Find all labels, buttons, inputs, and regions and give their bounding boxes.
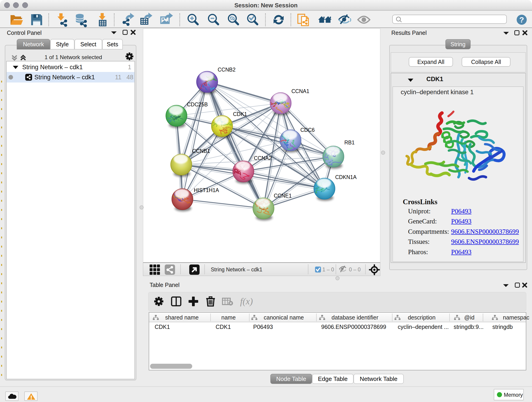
svg-text:CCNA2: CCNA2: [254, 155, 272, 161]
svg-text:CDK1: CDK1: [233, 111, 247, 117]
svg-text:f(x): f(x): [240, 296, 253, 306]
svg-text:CCNA1: CCNA1: [291, 88, 309, 94]
svg-text:CCNE1: CCNE1: [274, 193, 292, 199]
svg-text:CCNB1: CCNB1: [192, 148, 210, 154]
svg-text:CDC6: CDC6: [300, 127, 315, 133]
svg-text:HIST1H1A: HIST1H1A: [194, 187, 219, 193]
svg-text:CCNB2: CCNB2: [218, 67, 235, 73]
svg-text:RB1: RB1: [344, 140, 355, 146]
svg-text:CDC25B: CDC25B: [187, 102, 208, 108]
svg-text:CDKN1A: CDKN1A: [335, 174, 357, 180]
svg-text:?: ?: [519, 15, 524, 24]
